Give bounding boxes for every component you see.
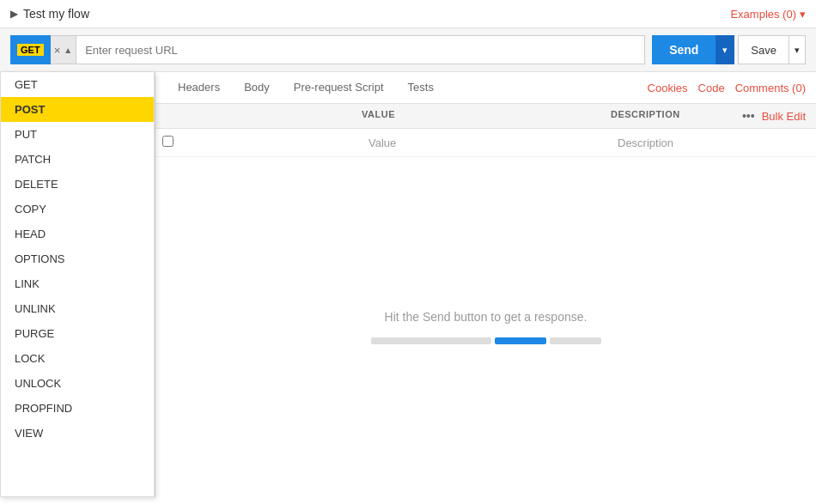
- bar-segment-right: [550, 337, 601, 344]
- table-header: VALUE DESCRIPTION ••• Bulk Edit: [155, 104, 816, 129]
- save-button-group: Save ▾: [738, 35, 806, 64]
- request-bar: GET × ▲ Send ▾ Save ▾: [0, 28, 816, 72]
- tab-right-code[interactable]: Code: [698, 82, 725, 94]
- send-dropdown-button[interactable]: ▾: [716, 35, 734, 64]
- tab-body[interactable]: Body: [232, 72, 282, 104]
- response-area: Hit the Send button to get a response.: [155, 157, 816, 497]
- send-button-group: Send ▾: [652, 35, 734, 64]
- method-controls: × ▲: [51, 35, 77, 64]
- dropdown-item-head[interactable]: HEAD: [1, 222, 154, 246]
- table-row: Value Description: [155, 129, 816, 157]
- send-button[interactable]: Send: [652, 35, 716, 64]
- bar-segment-left: [371, 337, 491, 344]
- tab-tests[interactable]: Tests: [396, 72, 446, 104]
- bulk-edit-button[interactable]: Bulk Edit: [762, 110, 806, 123]
- save-dropdown-button[interactable]: ▾: [789, 35, 806, 64]
- th-value: VALUE: [362, 109, 611, 123]
- dropdown-item-unlock[interactable]: UNLOCK: [1, 371, 154, 396]
- tab-right-actions: CookiesCodeComments (0): [648, 82, 806, 94]
- td-key: [190, 137, 362, 148]
- right-panel: HeadersBodyPre-request ScriptTestsCookie…: [155, 72, 816, 497]
- td-description: Description: [611, 131, 816, 155]
- dropdown-item-delete[interactable]: DELETE: [1, 172, 154, 197]
- tab-right-comments--0-[interactable]: Comments (0): [735, 82, 806, 94]
- row-checkbox[interactable]: [162, 136, 174, 147]
- tab-right-cookies[interactable]: Cookies: [648, 82, 688, 94]
- dropdown-item-post[interactable]: POST: [1, 97, 154, 122]
- tab-pre-request-script[interactable]: Pre-request Script: [282, 72, 396, 104]
- dropdown-item-purge[interactable]: PURGE: [1, 321, 154, 346]
- close-icon[interactable]: ×: [54, 44, 61, 57]
- dropdown-item-propfind[interactable]: PROPFIND: [1, 396, 154, 421]
- method-dropdown-menu: GETPOSTPUTPATCHDELETECOPYHEADOPTIONSLINK…: [0, 72, 155, 497]
- dropdown-item-patch[interactable]: PATCH: [1, 147, 154, 172]
- response-message: Hit the Send button to get a response.: [385, 310, 588, 324]
- method-badge: GET: [17, 44, 44, 56]
- dots-icon[interactable]: •••: [742, 109, 755, 123]
- dropdown-item-put[interactable]: PUT: [1, 122, 154, 147]
- td-value: Value: [362, 131, 611, 155]
- dropdown-item-link[interactable]: LINK: [1, 271, 154, 296]
- dropdown-item-copy[interactable]: COPY: [1, 197, 154, 222]
- table-area: VALUE DESCRIPTION ••• Bulk Edit Value De…: [155, 104, 816, 157]
- save-button[interactable]: Save: [738, 35, 789, 64]
- page-title: Test my flow: [23, 7, 89, 21]
- th-key: [190, 109, 362, 123]
- url-input[interactable]: [76, 35, 645, 64]
- bar-segment-mid: [495, 337, 546, 344]
- dropdown-item-options[interactable]: OPTIONS: [1, 246, 154, 271]
- th-actions: ••• Bulk Edit: [742, 109, 816, 123]
- dropdown-item-unlink[interactable]: UNLINK: [1, 296, 154, 321]
- examples-chevron-icon: ▾: [800, 8, 806, 21]
- examples-label: Examples (0): [730, 8, 796, 21]
- dropdown-item-view[interactable]: VIEW: [1, 421, 154, 446]
- method-button[interactable]: GET: [10, 35, 51, 64]
- th-checkbox: [155, 109, 190, 123]
- tabs-bar: HeadersBodyPre-request ScriptTestsCookie…: [155, 72, 816, 104]
- dropdown-item-lock[interactable]: LOCK: [1, 346, 154, 371]
- title-bar: ▶ Test my flow Examples (0) ▾: [0, 0, 816, 28]
- tab-headers[interactable]: Headers: [166, 72, 232, 104]
- dropdown-item-get[interactable]: GET: [1, 72, 154, 97]
- response-bar: [371, 337, 601, 344]
- td-checkbox[interactable]: [155, 129, 190, 156]
- main-content: GETPOSTPUTPATCHDELETECOPYHEADOPTIONSLINK…: [0, 72, 816, 497]
- title-arrow-icon: ▶: [10, 8, 18, 20]
- th-description: DESCRIPTION: [611, 109, 742, 123]
- examples-link[interactable]: Examples (0) ▾: [730, 8, 806, 21]
- chevron-up-icon[interactable]: ▲: [64, 46, 72, 55]
